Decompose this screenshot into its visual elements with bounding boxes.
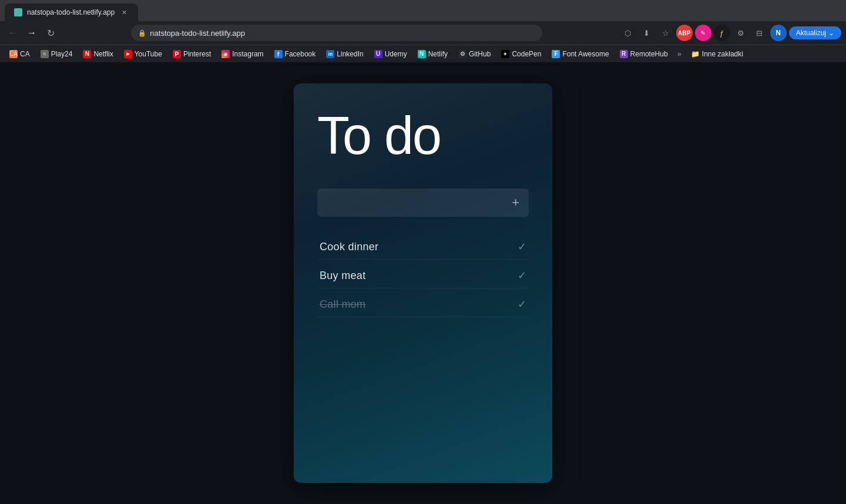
bookmark-play24[interactable]: ≈ Play24 <box>36 48 78 60</box>
browser-frame: natstopa-todo-list.netlify.app ✕ ← → ↻ 🔒… <box>0 0 846 504</box>
reload-button[interactable]: ↻ <box>42 25 59 41</box>
favicon-pinterest: P <box>173 50 181 58</box>
favicon-youtube: ▶ <box>124 50 132 58</box>
bookmark-codepen[interactable]: ✦ CodePen <box>496 48 546 60</box>
adblock-icon[interactable]: ABP <box>676 25 693 41</box>
bookmark-remotehub[interactable]: R RemoteHub <box>615 48 673 60</box>
update-label: Aktualizuj <box>796 29 826 37</box>
active-tab[interactable]: natstopa-todo-list.netlify.app ✕ <box>5 4 138 21</box>
update-chevron-icon: ⌄ <box>828 29 834 37</box>
bookmark-label-ca: CA <box>20 50 30 58</box>
bookmarks-bar: CA CA ≈ Play24 N Netflix ▶ YouTube P Pin… <box>0 45 846 62</box>
bookmark-netlify[interactable]: N Netlify <box>413 48 452 60</box>
todo-add-button[interactable]: + <box>509 194 522 211</box>
tab-favicon <box>14 8 22 16</box>
bookmark-label-play24: Play24 <box>51 50 73 58</box>
bookmark-netflix[interactable]: N Netflix <box>78 48 118 60</box>
bookmark-linkedin[interactable]: in LinkedIn <box>321 48 368 60</box>
favicon-facebook: f <box>274 50 283 58</box>
toolbar-right: ⬡ ⬇ ☆ ABP ✎ ƒ ⚙ ⊟ N Aktualizuj ⌄ <box>620 25 841 41</box>
forward-button[interactable]: → <box>24 25 40 41</box>
todo-item-text-1: Cook dinner <box>320 241 378 253</box>
favicon-play24: ≈ <box>41 50 49 58</box>
todo-item-3: Call mom ✓ <box>317 292 529 317</box>
bookmark-label-netflix: Netflix <box>93 50 113 58</box>
bookmark-label-youtube: YouTube <box>135 50 162 58</box>
bookmark-label-udemy: Udemy <box>385 50 407 58</box>
update-button[interactable]: Aktualizuj ⌄ <box>789 26 841 39</box>
bookmark-fontawesome[interactable]: F Font Awesome <box>547 48 613 60</box>
toolbar: ← → ↻ 🔒 natstopa-todo-list.netlify.app ⬡… <box>0 21 846 45</box>
bookmarks-more-button[interactable]: » <box>674 48 685 60</box>
todo-item-text-2: Buy meat <box>320 270 365 282</box>
favicon-ca: CA <box>9 50 18 58</box>
tab-search-icon[interactable]: ⊟ <box>751 25 768 41</box>
bookmark-label-netlify: Netlify <box>428 50 448 58</box>
favicon-github: ⚙ <box>458 50 466 58</box>
favicon-udemy: U <box>374 50 382 58</box>
cast-icon[interactable]: ⬡ <box>620 25 636 41</box>
url-display: natstopa-todo-list.netlify.app <box>150 29 535 38</box>
todo-list: Cook dinner ✓ Buy meat ✓ Call mom ✓ <box>317 234 529 317</box>
favicon-codepen: ✦ <box>501 50 509 58</box>
todo-check-3[interactable]: ✓ <box>518 298 526 311</box>
bookmark-udemy[interactable]: U Udemy <box>370 48 412 60</box>
lastpass-icon[interactable]: ƒ <box>714 25 730 41</box>
extension-icon-1[interactable]: ✎ <box>695 25 711 41</box>
bookmark-facebook[interactable]: f Facebook <box>270 48 321 60</box>
tab-title: natstopa-todo-list.netlify.app <box>27 8 115 16</box>
profile-button[interactable]: N <box>770 25 787 41</box>
bookmark-label-linkedin: LinkedIn <box>337 50 363 58</box>
folder-label: Inne zakładki <box>702 50 743 58</box>
bookmark-instagram[interactable]: ◉ Instagram <box>217 48 268 60</box>
todo-item-2: Buy meat ✓ <box>317 263 529 288</box>
bookmark-label-remotehub: RemoteHub <box>630 50 668 58</box>
favicon-instagram: ◉ <box>221 50 230 58</box>
lock-icon: 🔒 <box>138 29 146 37</box>
page-content: To do + Cook dinner ✓ Buy meat ✓ Call mo… <box>0 62 846 504</box>
todo-item-1: Cook dinner ✓ <box>317 234 529 260</box>
bookmark-pinterest[interactable]: P Pinterest <box>168 48 216 60</box>
tab-close-button[interactable]: ✕ <box>119 8 129 17</box>
bookmark-label-fontawesome: Font Awesome <box>562 50 609 58</box>
bookmark-label-instagram: Instagram <box>232 50 263 58</box>
todo-title: To do <box>317 107 529 165</box>
favicon-linkedin: in <box>326 50 334 58</box>
favicon-fontawesome: F <box>552 50 560 58</box>
todo-check-1[interactable]: ✓ <box>518 240 526 253</box>
bookmark-label-pinterest: Pinterest <box>183 50 211 58</box>
bookmark-label-github: GitHub <box>469 50 491 58</box>
favicon-netlify: N <box>418 50 426 58</box>
todo-check-2[interactable]: ✓ <box>518 269 526 282</box>
bookmark-ca[interactable]: CA CA <box>5 48 35 60</box>
download-icon[interactable]: ⬇ <box>639 25 655 41</box>
bookmark-star-icon[interactable]: ☆ <box>657 25 674 41</box>
bookmarks-folder[interactable]: 📁 Inne zakładki <box>686 48 748 60</box>
todo-input-row: + <box>317 189 529 217</box>
todo-card: To do + Cook dinner ✓ Buy meat ✓ Call mo… <box>294 83 552 483</box>
favicon-remotehub: R <box>620 50 628 58</box>
bookmark-label-facebook: Facebook <box>285 50 316 58</box>
bookmark-label-codepen: CodePen <box>512 50 541 58</box>
settings-icon[interactable]: ⚙ <box>733 25 749 41</box>
folder-icon: 📁 <box>691 50 700 58</box>
todo-input[interactable] <box>324 198 509 208</box>
omnibox[interactable]: 🔒 natstopa-todo-list.netlify.app <box>131 25 542 41</box>
favicon-netflix: N <box>83 50 91 58</box>
todo-item-text-3: Call mom <box>320 298 365 311</box>
bookmark-youtube[interactable]: ▶ YouTube <box>119 48 167 60</box>
back-button[interactable]: ← <box>5 25 21 41</box>
tab-bar: natstopa-todo-list.netlify.app ✕ <box>0 0 846 21</box>
bookmark-github[interactable]: ⚙ GitHub <box>454 48 495 60</box>
